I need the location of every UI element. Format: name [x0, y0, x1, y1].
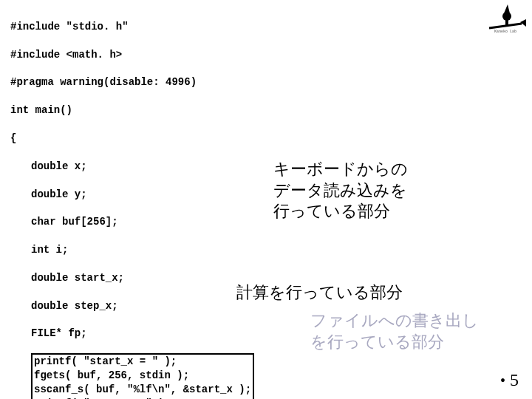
code-line: fgets( buf, 256, stdin ); [34, 369, 189, 381]
code-line: double y; [10, 188, 522, 202]
code-line: #include <math. h> [10, 48, 522, 62]
code-line: printf( "start_x = " ); [34, 355, 177, 367]
code-line: sscanf_s( buf, "%lf\n", &start_x ); [34, 383, 251, 395]
svg-marker-1 [504, 4, 510, 13]
code-line: { [10, 132, 522, 146]
page-number: •5 [500, 368, 519, 392]
keyboard-input-box: printf( "start_x = " ); fgets( buf, 256,… [31, 353, 254, 399]
svg-text:Kaneko Lab: Kaneko Lab [494, 30, 516, 33]
witch-icon: Kaneko Lab [483, 3, 528, 33]
code-line: char buf[256]; [10, 215, 522, 229]
annotation-keyboard: キーボードからの データ読み込みを 行っている部分 [273, 159, 408, 222]
code-line: #pragma warning(disable: 4996) [10, 75, 522, 89]
code-line: double x; [10, 160, 522, 174]
annotation-file: ファイルへの書き出し を行っている部分 [310, 310, 479, 352]
code-line: int main() [10, 103, 522, 117]
code-line: int i; [10, 243, 522, 257]
annotation-calc: 計算を行っている部分 [236, 282, 403, 304]
code-line: #include "stdio. h" [10, 20, 522, 34]
